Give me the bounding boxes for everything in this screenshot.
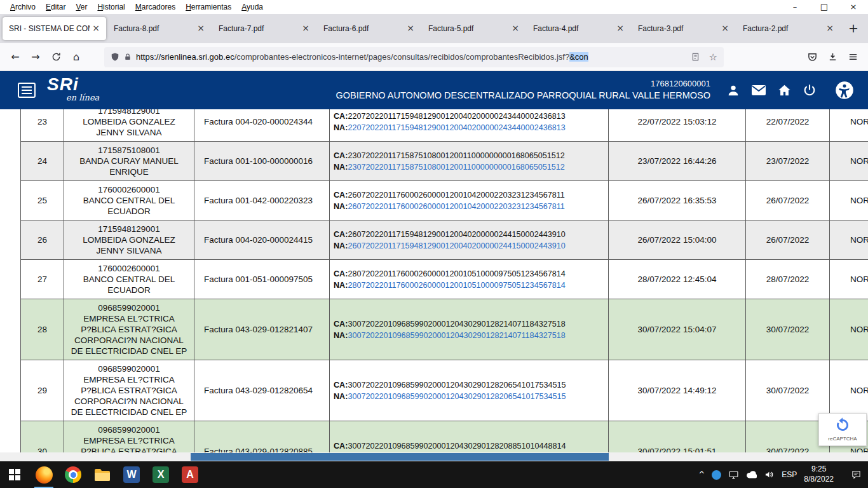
pdf-app-icon[interactable]: A [175, 461, 205, 488]
action-center-icon[interactable] [851, 470, 862, 480]
menu-ayuda[interactable]: Ayuda [236, 1, 268, 13]
tab-close-icon[interactable]: × [824, 22, 836, 35]
browser-tab[interactable]: Factura-2.pdf× [736, 17, 840, 40]
na-link[interactable]: 2807202201176000260000120010510000975051… [348, 281, 565, 290]
browser-tab[interactable]: Factura-5.pdf× [422, 17, 526, 40]
language-indicator[interactable]: ESP [782, 470, 797, 479]
na-link[interactable]: 2607202201176000260000120010420002203231… [348, 202, 564, 211]
close-button[interactable]: × [839, 0, 868, 14]
ca-label: CA: [334, 230, 348, 239]
power-icon[interactable] [802, 83, 817, 98]
na-link[interactable]: 2607202201171594812900120040200000244150… [348, 241, 565, 250]
url-bar[interactable]: https://srienlinea.sri.gob.ec/comprobant… [104, 47, 724, 67]
sidebar-menu-icon[interactable] [18, 83, 36, 98]
recaptcha-badge[interactable]: reCAPTCHA [818, 413, 867, 446]
firefox-taskbar-icon[interactable] [29, 461, 58, 488]
downloads-icon[interactable] [822, 47, 843, 67]
invoice-row[interactable]: 271760002600001 BANCO CENTRAL DEL ECUADO… [21, 260, 868, 299]
sri-logo[interactable]: SRi en línea [47, 76, 117, 105]
ca-label: CA: [334, 269, 348, 278]
supplier-cell: 1715948129001 LOMBEIDA GONZALEZ JENNY SI… [64, 109, 194, 142]
row-number-cell: 28 [21, 299, 64, 360]
menu-editar[interactable]: Editar [41, 1, 71, 13]
accessibility-icon[interactable] [835, 81, 854, 100]
tab-close-icon[interactable]: × [404, 22, 417, 35]
browser-tab[interactable]: Factura-6.pdf× [317, 17, 421, 40]
back-icon[interactable]: ← [5, 47, 25, 67]
menu-herramientas[interactable]: Herramientas [180, 1, 236, 13]
tab-close-icon[interactable]: × [719, 22, 731, 35]
page-content: 231715948129001 LOMBEIDA GONZALEZ JENNY … [0, 109, 868, 452]
reader-mode-icon[interactable] [691, 53, 700, 61]
pocket-icon[interactable] [802, 47, 822, 67]
menu-historial[interactable]: Historial [92, 1, 130, 13]
menu-marcadores[interactable]: Marcadores [130, 1, 180, 13]
mail-icon[interactable] [751, 83, 766, 98]
tray-app-icon[interactable] [712, 470, 721, 480]
invoice-row[interactable]: 300968599020001 EMPRESA EL?CTRICA P?BLIC… [21, 421, 868, 453]
issue-date-cell: 30/07/2022 [746, 421, 830, 453]
menu-archivo[interactable]: Archivo [5, 1, 41, 13]
browser-tab[interactable]: Factura-4.pdf× [527, 17, 630, 40]
tab-close-icon[interactable]: × [614, 22, 627, 35]
document-cell: Factura 001-042-000220323 [194, 181, 330, 220]
ca-value: 2607202201176000260000120010420002203231… [348, 191, 564, 200]
authorization-datetime-cell: 22/07/2022 15:03:12 [609, 109, 746, 142]
ca-value: 3007202201096859902000120430290128206541… [348, 381, 566, 390]
tab-close-icon[interactable]: × [299, 22, 312, 35]
new-tab-button[interactable]: + [843, 18, 864, 39]
hidden-icons-chevron[interactable]: ^ [698, 470, 705, 479]
shield-icon[interactable] [111, 52, 119, 62]
tab-close-icon[interactable]: × [509, 22, 522, 35]
invoice-row[interactable]: 251760002600001 BANCO CENTRAL DEL ECUADO… [21, 181, 868, 220]
lock-icon[interactable] [124, 53, 132, 61]
invoice-row[interactable]: 231715948129001 LOMBEIDA GONZALEZ JENNY … [21, 109, 868, 142]
network-icon[interactable] [728, 470, 739, 480]
issue-date-cell: 23/07/2022 [746, 142, 830, 181]
scrollbar-thumb[interactable] [191, 453, 609, 461]
navigation-toolbar: ← → ⌂ https://srienlinea.sri.gob.ec/comp… [0, 43, 868, 71]
invoice-row[interactable]: 280968599020001 EMPRESA EL?CTRICA P?BLIC… [21, 299, 868, 360]
na-link[interactable]: 2307202201171587510800120011000000000168… [348, 163, 564, 172]
menu-ver[interactable]: Ver [71, 1, 92, 13]
invoice-row[interactable]: 290968599020001 EMPRESA EL?CTRICA P?BLIC… [21, 360, 868, 421]
na-link[interactable]: 3007202201096859902000120430290128206541… [348, 392, 566, 401]
emission-type-cell: NORMAL [830, 142, 868, 181]
file-explorer-icon[interactable] [88, 461, 117, 488]
home-icon[interactable] [776, 83, 792, 98]
maximize-button[interactable]: □ [810, 0, 839, 14]
ca-label: CA: [334, 381, 348, 390]
tab-title: Factura-8.pdf [114, 24, 194, 33]
excel-icon[interactable]: X [146, 461, 175, 488]
start-button[interactable] [0, 461, 29, 488]
tab-close-icon[interactable]: × [90, 22, 102, 35]
na-link[interactable]: 3007202201096859902000120430290128214071… [348, 331, 565, 340]
app-menu-icon[interactable] [843, 47, 863, 67]
browser-tab[interactable]: SRI - SISTEMA DE COMP× [3, 17, 106, 40]
tab-close-icon[interactable]: × [194, 22, 207, 35]
invoices-tbody: 231715948129001 LOMBEIDA GONZALEZ JENNY … [21, 109, 868, 452]
browser-tab[interactable]: Factura-3.pdf× [632, 17, 735, 40]
user-icon[interactable] [726, 83, 741, 98]
home-button-icon[interactable]: ⌂ [66, 47, 86, 67]
invoice-row[interactable]: 261715948129001 LOMBEIDA GONZALEZ JENNY … [21, 220, 868, 260]
word-icon[interactable]: W [117, 461, 146, 488]
browser-menubar: ArchivoEditarVerHistorialMarcadoresHerra… [0, 0, 868, 14]
browser-tab[interactable]: Factura-7.pdf× [212, 17, 316, 40]
cloud-icon[interactable] [746, 471, 757, 478]
row-number-cell: 29 [21, 360, 64, 421]
reload-icon[interactable] [46, 47, 66, 67]
invoice-row[interactable]: 241715875108001 BANDA CURAY MANUEL ENRIQ… [21, 142, 868, 181]
bookmark-star-icon[interactable]: ☆ [709, 51, 717, 63]
url-selected-text: &con [569, 52, 588, 62]
na-link[interactable]: 2207202201171594812900120040200000243440… [348, 123, 565, 132]
taskbar-clock[interactable]: 9:25 8/8/2022 [804, 464, 834, 484]
forward-icon[interactable]: → [25, 47, 46, 67]
minimize-button[interactable]: – [780, 0, 810, 14]
emission-type-cell: NORMAL [830, 360, 868, 421]
volume-icon[interactable] [764, 470, 775, 480]
windows-logo-icon [9, 469, 20, 480]
chrome-taskbar-icon[interactable] [58, 461, 88, 488]
browser-tab[interactable]: Factura-8.pdf× [107, 17, 211, 40]
supplier-cell: 1760002600001 BANCO CENTRAL DEL ECUADOR [64, 260, 194, 299]
